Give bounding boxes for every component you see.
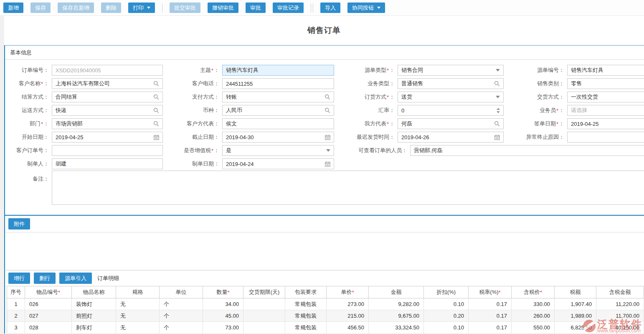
search-icon[interactable] <box>494 121 500 127</box>
approval-record-button[interactable]: 审批记录 <box>273 3 304 13</box>
table-header-row: 序号 物品编号* 物品名称 规格 单位 数量* 交货期限(天) 包装要求 单价*… <box>7 286 644 298</box>
delete-button[interactable]: 删除 <box>101 3 121 13</box>
customer-name-input[interactable]: 上海科达汽车有限公司 <box>52 78 163 89</box>
customer-name-label: 客户名称*： <box>5 77 52 90</box>
salesman-label: 业务员*： <box>504 104 567 117</box>
business-type-input[interactable]: 普通销售 <box>398 78 504 89</box>
settle-method-input[interactable]: 合同结算 <box>52 92 163 102</box>
customer-order-no-input[interactable] <box>52 145 163 156</box>
end-date-label: 截止日期： <box>163 130 222 144</box>
basic-info-panel: 基本信息 订单编号： XSDD2019040005 主题*： 销售汽车灯具 源单… <box>4 45 644 215</box>
toolbar-separator <box>162 3 162 13</box>
search-icon[interactable] <box>153 81 159 87</box>
calendar-icon[interactable] <box>494 135 500 140</box>
col-header-amount: 金额 <box>369 286 424 298</box>
basic-info-form: 订单编号： XSDD2019040005 主题*： 销售汽车灯具 源单类型*： … <box>5 60 644 215</box>
exchange-rate-stepper[interactable]: 0 <box>398 105 504 116</box>
delivery-method-input[interactable]: 一次性交货 <box>567 92 644 102</box>
col-header-unit-price: 单价* <box>327 286 369 298</box>
search-icon[interactable] <box>153 107 159 113</box>
col-header-seq: 序号 <box>7 286 25 298</box>
calendar-icon[interactable] <box>154 135 159 140</box>
detail-toolbar: 增行 删行 源单引入 订单明细 <box>5 270 644 286</box>
customer-phone-input[interactable]: 244511255 <box>222 78 334 89</box>
customer-rep-input[interactable]: 侯文 <box>222 118 334 129</box>
table-row[interactable]: 3 028 刹车灯 无 个 73.00 常规包装 456.50 33,324.5… <box>7 322 644 334</box>
search-icon[interactable] <box>325 107 330 113</box>
save-and-new-button[interactable]: 保存且新增 <box>58 3 94 13</box>
start-date-input[interactable]: 2019-04-25 <box>52 132 163 143</box>
collaborate-button[interactable]: 协同按钮 <box>347 3 385 13</box>
submit-approval-button[interactable]: 提交审批 <box>170 3 200 13</box>
detail-section-title: 订单明细 <box>97 275 119 282</box>
search-icon[interactable] <box>325 94 330 100</box>
create-date-input[interactable]: 2019-04-24 <box>222 158 334 169</box>
viewers-label: 可查看订单的人员： <box>334 147 410 154</box>
table-row[interactable]: 2 027 前照灯 无 个 45.00 常规包装 215.00 9,675.00… <box>7 310 644 322</box>
sales-category-input[interactable]: 零售 <box>567 78 644 89</box>
sign-date-label: 签单日期*： <box>504 117 567 130</box>
currency-input[interactable]: 人民币 <box>222 105 334 116</box>
new-button[interactable]: 新增 <box>3 3 23 13</box>
start-date-label: 开始日期： <box>5 130 52 144</box>
our-rep-label: 我方代表*： <box>334 117 398 130</box>
source-type-select[interactable]: 销售合同 <box>398 65 504 76</box>
ship-method-input[interactable]: 快递 <box>52 105 163 116</box>
source-no-input[interactable]: 销售汽车灯具 <box>567 65 644 76</box>
vat-select[interactable]: 是 <box>222 145 334 156</box>
col-header-discount: 折扣(%) <box>424 286 469 298</box>
our-rep-input[interactable]: 何磊 <box>398 118 504 129</box>
table-row[interactable]: 1 026 装饰灯 无 个 34.00 常规包装 273.00 9,282.00… <box>7 298 644 310</box>
delete-row-button[interactable]: 删行 <box>34 273 56 284</box>
print-button[interactable]: 打印 <box>128 3 155 13</box>
search-icon[interactable] <box>494 81 500 87</box>
currency-label: 币种： <box>163 104 222 117</box>
remark-textarea[interactable] <box>52 171 644 205</box>
viewers-input[interactable]: 营销部,何磊 <box>410 145 644 156</box>
stepper-arrows-icon[interactable] <box>497 108 500 113</box>
dropdown-arrow-icon[interactable] <box>496 96 500 98</box>
dropdown-arrow-icon[interactable] <box>496 69 500 71</box>
cancel-approval-button[interactable]: 撤销审批 <box>208 3 238 13</box>
create-date-label: 制单日期： <box>163 157 222 171</box>
sales-category-label: 销售类别： <box>504 77 567 90</box>
search-icon[interactable] <box>153 94 159 100</box>
col-header-unit: 单位 <box>160 286 203 298</box>
end-date-input[interactable]: 2019-04-30 <box>222 132 334 143</box>
calendar-icon[interactable] <box>325 161 330 167</box>
exchange-rate-label: 汇率： <box>334 104 398 117</box>
source-import-button[interactable]: 源单引入 <box>59 273 92 284</box>
calendar-icon[interactable] <box>325 135 330 140</box>
remark-label: 备注： <box>5 171 52 184</box>
department-label: 部门*： <box>5 117 52 130</box>
latest-ship-time-input[interactable]: 2019-04-26 <box>398 132 504 143</box>
source-type-label: 源单类型*： <box>334 64 398 77</box>
title-bar: 销售订单 <box>4 16 644 45</box>
attachment-button[interactable]: 附件 <box>8 218 30 229</box>
pay-method-input[interactable]: 转账 <box>222 92 334 102</box>
order-method-select[interactable]: 送货 <box>398 92 504 102</box>
col-header-packing: 包装要求 <box>285 286 327 298</box>
col-header-tax-amount: 税额 <box>555 286 596 298</box>
sign-date-input[interactable]: 2019-04-25 <box>567 118 644 129</box>
chevron-down-icon <box>147 7 150 9</box>
dropdown-arrow-icon[interactable] <box>326 149 330 152</box>
save-button[interactable]: 保存 <box>30 3 51 13</box>
department-input[interactable]: 市场营销部 <box>52 118 163 129</box>
search-icon[interactable] <box>153 121 159 127</box>
subject-input[interactable]: 销售汽车灯具 <box>222 65 334 76</box>
import-button[interactable]: 导入 <box>320 3 340 13</box>
basic-info-section-title: 基本信息 <box>5 46 644 60</box>
salesman-input[interactable]: 请选择 <box>567 105 644 116</box>
add-row-button[interactable]: 增行 <box>8 273 30 284</box>
col-header-total-with-tax: 含税金额 <box>596 286 644 298</box>
delivery-method-label: 交货方式： <box>504 90 567 104</box>
abnormal-reason-input[interactable] <box>567 132 644 143</box>
approve-button[interactable]: 审批 <box>246 3 266 13</box>
col-header-qty: 数量* <box>203 286 243 298</box>
page-title: 销售订单 <box>307 25 341 36</box>
attachment-area <box>5 232 644 270</box>
creator-input[interactable]: 胡建 <box>52 158 163 169</box>
col-header-tax-price: 含税价* <box>512 286 555 298</box>
order-no-input: XSDD2019040005 <box>52 65 163 76</box>
